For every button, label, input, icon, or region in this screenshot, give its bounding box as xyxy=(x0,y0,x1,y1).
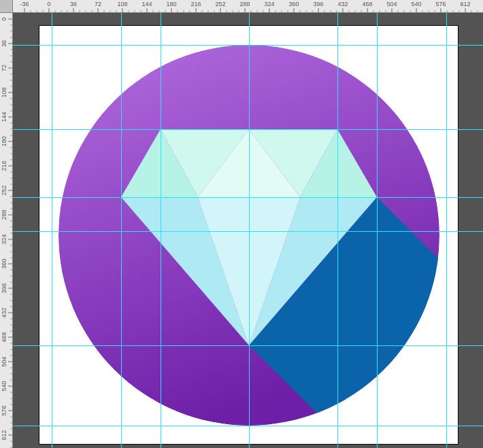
svg-text:504: 504 xyxy=(386,1,397,7)
svg-text:36: 36 xyxy=(70,1,77,7)
svg-text:504: 504 xyxy=(1,356,7,366)
svg-text:108: 108 xyxy=(117,1,127,7)
svg-text:108: 108 xyxy=(1,87,7,97)
svg-text:216: 216 xyxy=(1,160,7,171)
editor-viewport: { "ruler": { "origin_x_screen": 72, "ori… xyxy=(0,0,483,448)
svg-text:612: 612 xyxy=(460,1,470,7)
svg-text:288: 288 xyxy=(1,209,7,220)
svg-text:288: 288 xyxy=(239,1,250,7)
ruler-origin-box xyxy=(0,0,13,13)
svg-text:396: 396 xyxy=(313,1,323,7)
svg-text:144: 144 xyxy=(1,111,7,122)
svg-text:468: 468 xyxy=(1,332,7,342)
svg-text:252: 252 xyxy=(1,185,7,195)
ruler-vertical[interactable]: 0367210814418021625228832436039643246850… xyxy=(0,12,13,448)
svg-text:180: 180 xyxy=(1,136,7,146)
svg-text:540: 540 xyxy=(1,381,7,391)
svg-text:360: 360 xyxy=(1,258,7,269)
svg-text:180: 180 xyxy=(166,1,176,7)
svg-text:216: 216 xyxy=(190,1,201,7)
svg-text:0: 0 xyxy=(1,17,7,20)
svg-text:432: 432 xyxy=(337,1,348,7)
svg-text:0: 0 xyxy=(47,1,50,7)
svg-text:576: 576 xyxy=(435,1,446,7)
diamond-icon xyxy=(39,26,458,444)
svg-text:540: 540 xyxy=(411,1,421,7)
svg-text:324: 324 xyxy=(1,234,7,244)
svg-text:36: 36 xyxy=(1,40,7,47)
svg-text:324: 324 xyxy=(264,1,274,7)
svg-text:576: 576 xyxy=(1,405,7,415)
artboard[interactable] xyxy=(39,26,458,444)
svg-text:612: 612 xyxy=(1,430,7,440)
ruler-horizontal[interactable]: -360367210814418021625228832436039643246… xyxy=(12,0,483,13)
svg-text:72: 72 xyxy=(1,65,7,71)
canvas-area[interactable] xyxy=(12,12,483,448)
svg-text:72: 72 xyxy=(95,1,101,7)
svg-text:360: 360 xyxy=(288,1,299,7)
svg-text:-36: -36 xyxy=(20,1,29,7)
svg-text:144: 144 xyxy=(141,1,152,7)
svg-text:432: 432 xyxy=(1,307,7,317)
svg-text:468: 468 xyxy=(362,1,372,7)
svg-text:396: 396 xyxy=(1,283,7,293)
svg-text:252: 252 xyxy=(215,1,225,7)
